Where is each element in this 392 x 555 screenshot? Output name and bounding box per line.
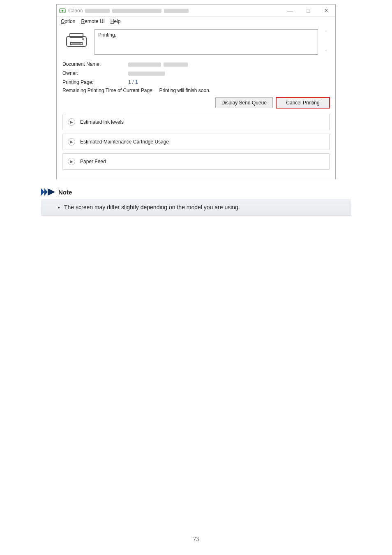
expander-ink-levels-label: Estimated ink levels (80, 119, 124, 125)
canon-app-icon (59, 7, 66, 14)
status-monitor-window: Canon — □ × Option Remote UI Help (56, 4, 336, 179)
expander-maintenance-cartridge[interactable]: ▶ Estimated Maintenance Cartridge Usage (62, 134, 330, 150)
status-message: Printing. (98, 32, 116, 38)
window-title: Canon (68, 8, 83, 14)
expander-maintenance-cartridge-label: Estimated Maintenance Cartridge Usage (80, 139, 169, 145)
expand-arrow-icon: ▶ (68, 158, 75, 165)
status-scrollbar[interactable]: ˄ ˅ (322, 29, 330, 55)
maximize-button[interactable]: □ (299, 5, 317, 16)
document-name-value (128, 61, 330, 67)
page-number: 73 (0, 536, 392, 543)
title-blur-2 (112, 9, 161, 13)
minimize-button[interactable]: — (281, 5, 299, 16)
note-heading: Note (58, 189, 72, 196)
menu-help[interactable]: Help (111, 18, 121, 24)
title-blur-1 (85, 9, 110, 13)
owner-value (128, 70, 330, 76)
display-send-queue-button[interactable]: Display Send Queue (215, 97, 273, 108)
expander-ink-levels[interactable]: ▶ Estimated ink levels (62, 114, 330, 130)
svg-marker-8 (41, 188, 44, 196)
svg-point-7 (82, 38, 84, 40)
scroll-down-icon[interactable]: ˅ (325, 49, 327, 54)
scroll-up-icon[interactable]: ˄ (325, 30, 327, 35)
menu-remote-ui[interactable]: Remote UI (81, 18, 104, 24)
document-name-label: Document Name: (62, 61, 128, 67)
cancel-printing-button[interactable]: Cancel Printing (276, 97, 330, 108)
expander-paper-feed-label: Paper Feed (80, 159, 106, 164)
menubar: Option Remote UI Help (57, 17, 335, 26)
printer-icon (62, 29, 90, 52)
close-button[interactable]: × (317, 5, 335, 16)
svg-marker-10 (48, 188, 55, 196)
expand-arrow-icon: ▶ (68, 118, 75, 126)
note-body: The screen may differ slightly depending… (41, 199, 351, 216)
remaining-time-value: Printing will finish soon. (159, 88, 210, 93)
titlebar[interactable]: Canon — □ × (57, 5, 335, 17)
printing-page-value: 1 / 1 (128, 79, 330, 85)
expand-arrow-icon: ▶ (68, 138, 75, 146)
svg-point-2 (62, 9, 63, 11)
note-arrow-icon (41, 188, 55, 196)
svg-marker-9 (44, 188, 48, 196)
note-item: The screen may differ slightly depending… (64, 204, 342, 210)
printing-page-label: Printing Page: (62, 79, 128, 85)
owner-label: Owner: (62, 70, 128, 76)
title-blur-3 (164, 9, 189, 13)
menu-option[interactable]: Option (61, 18, 75, 24)
remaining-time-label: Remaining Printing Time of Current Page: (62, 88, 154, 93)
status-message-box: Printing. (95, 29, 318, 55)
expander-paper-feed[interactable]: ▶ Paper Feed (62, 153, 330, 170)
